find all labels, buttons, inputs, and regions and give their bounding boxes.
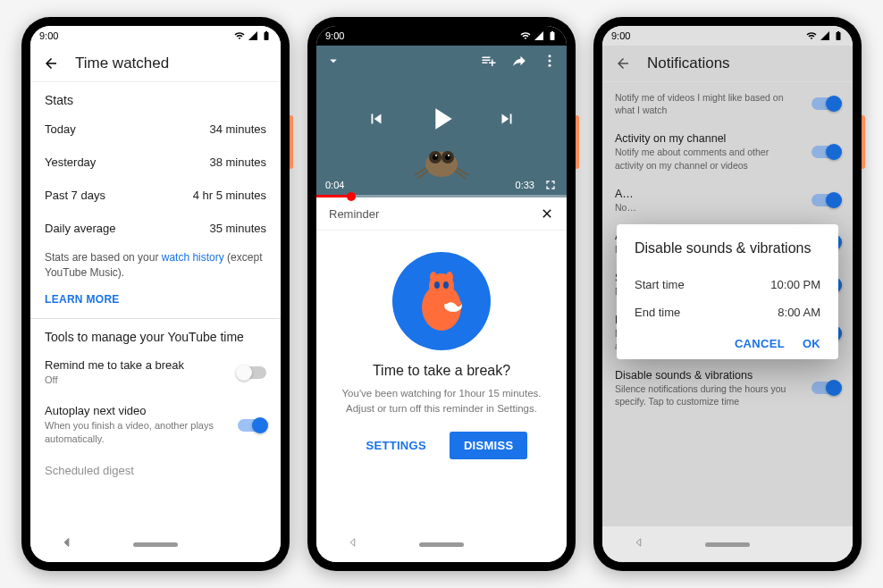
setting-subtitle: When you finish a video, another plays a… [45,419,214,446]
signal-icon [820,30,830,41]
stats-note: Stats are based on your watch history (e… [30,245,281,286]
video-progress-bar[interactable] [316,195,567,197]
nav-back-button[interactable] [347,536,359,552]
break-title: Time to take a break? [334,363,549,379]
start-time-label: Start time [635,278,685,291]
watch-history-link[interactable]: watch history [162,251,224,264]
svg-point-2 [549,64,551,67]
settings-button[interactable]: SETTINGS [356,432,437,459]
skip-next-icon[interactable] [497,109,517,129]
reminder-header: Reminder [316,197,567,231]
ok-button[interactable]: OK [803,337,820,350]
svg-point-7 [445,155,450,160]
svg-point-0 [549,55,551,57]
svg-point-14 [443,281,449,289]
battery-icon [547,30,558,41]
stats-section-label: Stats [30,82,281,113]
stat-value: 38 minutes [209,155,266,169]
time-total: 0:33 [516,180,534,190]
status-icons [806,30,844,41]
setting-remind-break[interactable]: Remind me to take a break Off [30,349,281,396]
phone-time-watched: 9:00 Time watched Stats Today 34 minutes… [21,17,290,571]
phone-break-reminder: 9:00 [307,17,576,571]
stat-value: 4 hr 5 minutes [193,189,266,202]
start-time-value: 10:00 PM [770,278,820,291]
stat-label: Daily average [45,222,116,235]
status-time: 9:00 [39,30,58,41]
phone-notifications: 9:00 Notifications Notify me of videos I… [593,17,862,571]
wifi-icon [520,30,531,41]
break-illustration [392,252,491,350]
android-nav-bar [30,526,281,562]
battery-icon [261,30,272,41]
status-bar: 9:00 [602,26,853,46]
break-reminder-panel: Time to take a break? You've been watchi… [316,231,567,468]
stat-row: Past 7 days 4 hr 5 minutes [30,179,281,212]
setting-title: Remind me to take a break [45,358,184,372]
cancel-button[interactable]: CANCEL [735,337,785,350]
wifi-icon [806,30,817,41]
nav-home-pill[interactable] [705,542,750,547]
svg-point-9 [448,155,450,156]
battery-icon [833,30,844,41]
android-nav-bar [316,526,567,562]
add-to-playlist-icon[interactable] [481,53,497,69]
close-icon[interactable] [540,206,554,221]
svg-point-13 [434,281,440,289]
page-title: Time watched [75,55,169,72]
end-time-value: 8:00 AM [778,306,820,319]
setting-autoplay[interactable]: Autoplay next video When you finish a vi… [30,395,281,455]
end-time-label: End time [635,306,680,319]
signal-icon [534,30,544,41]
nav-back-button[interactable] [61,536,73,552]
nav-back-button[interactable] [633,536,645,552]
svg-point-8 [435,155,437,156]
dialog-title: Disable sounds & vibrations [635,240,820,256]
stat-label: Yesterday [45,155,96,169]
video-player[interactable]: 0:04 0:33 [316,46,567,197]
break-description: You've been watching for 1hour 15 minute… [334,386,549,417]
stat-value: 35 minutes [209,222,266,235]
video-thumbnail-spider [410,130,473,180]
status-bar: 9:00 [316,26,567,46]
status-time: 9:00 [325,30,344,41]
setting-cutoff[interactable]: Scheduled digest [30,455,281,486]
reminder-label: Reminder [329,207,379,221]
svg-point-6 [433,155,438,160]
stat-row: Yesterday 38 minutes [30,146,281,179]
android-nav-bar [602,526,853,562]
wifi-icon [234,30,245,41]
tools-section-label: Tools to manage your YouTube time [30,319,281,349]
status-icons [234,30,272,41]
dialog-end-time-row[interactable]: End time 8:00 AM [635,298,820,326]
dismiss-button[interactable]: DISMISS [450,432,528,459]
setting-subtitle: Off [45,374,184,387]
signal-icon [248,30,258,41]
stat-row: Today 34 minutes [30,113,281,146]
stat-label: Today [45,122,76,136]
header: Time watched [30,46,281,82]
play-icon[interactable] [424,101,459,137]
stat-row: Daily average 35 minutes [30,212,281,245]
setting-title: Scheduled digest [45,464,134,477]
nav-home-pill[interactable] [133,542,178,547]
nav-home-pill[interactable] [419,542,464,547]
fullscreen-icon[interactable] [543,178,558,192]
skip-previous-icon[interactable] [366,109,386,129]
toggle-autoplay[interactable] [238,419,266,432]
setting-title: Autoplay next video [45,404,214,417]
chevron-down-icon[interactable] [325,53,341,69]
stat-label: Past 7 days [45,189,105,202]
stat-value: 34 minutes [209,122,266,136]
svg-point-17 [446,272,453,282]
share-icon[interactable] [511,53,527,69]
svg-point-16 [430,272,437,282]
status-time: 9:00 [611,30,630,41]
status-bar: 9:00 [30,26,281,46]
more-vert-icon[interactable] [542,53,558,69]
toggle-remind-break[interactable] [238,366,266,379]
learn-more-link[interactable]: LEARN MORE [30,286,281,318]
svg-point-1 [549,60,551,63]
back-arrow-icon[interactable] [43,55,59,71]
dialog-start-time-row[interactable]: Start time 10:00 PM [635,271,820,298]
